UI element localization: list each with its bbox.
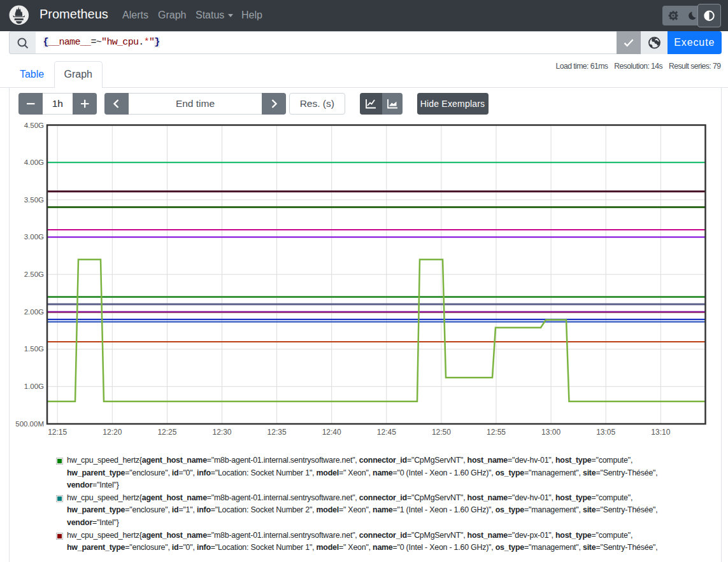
svg-text:12:45: 12:45 <box>377 428 396 437</box>
svg-text:12:30: 12:30 <box>212 428 231 437</box>
svg-text:12:50: 12:50 <box>432 428 451 437</box>
svg-text:4.50G: 4.50G <box>24 122 44 129</box>
svg-text:3.00G: 3.00G <box>24 233 44 241</box>
svg-text:12:55: 12:55 <box>487 428 506 437</box>
svg-text:12:40: 12:40 <box>322 428 341 437</box>
svg-text:1.50G: 1.50G <box>24 345 44 353</box>
svg-text:1.00G: 1.00G <box>24 383 44 390</box>
svg-text:2.50G: 2.50G <box>24 270 44 278</box>
svg-text:500.00M: 500.00M <box>15 420 44 428</box>
svg-text:12:25: 12:25 <box>157 428 176 437</box>
svg-text:12:20: 12:20 <box>103 428 122 437</box>
svg-text:4.00G: 4.00G <box>24 158 44 166</box>
svg-text:13:10: 13:10 <box>651 428 670 437</box>
svg-text:12:35: 12:35 <box>268 428 287 437</box>
svg-text:12:15: 12:15 <box>48 428 67 437</box>
svg-text:13:05: 13:05 <box>596 428 615 437</box>
svg-text:2.00G: 2.00G <box>24 308 44 316</box>
svg-text:3.50G: 3.50G <box>24 196 44 204</box>
svg-text:13:00: 13:00 <box>541 428 560 437</box>
